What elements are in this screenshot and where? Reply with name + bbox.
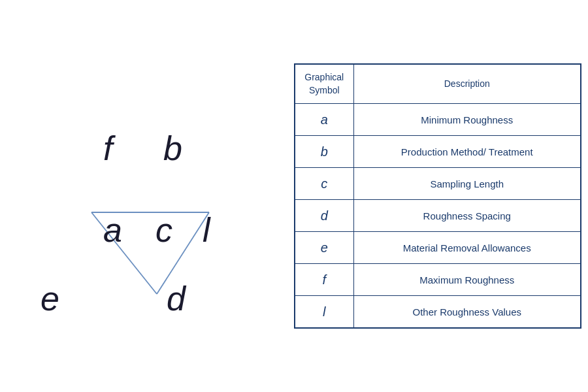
main-container: f b a c l e d Graphical Symbol Descripti…	[7, 13, 581, 379]
symbol-cell: b	[295, 136, 353, 168]
svg-text:l: l	[203, 211, 211, 249]
table-row: lOther Roughness Values	[295, 296, 581, 329]
symbol-cell: f	[295, 264, 353, 296]
svg-text:e: e	[41, 280, 59, 318]
svg-line-1	[91, 212, 157, 294]
table-header-row: Graphical Symbol Description	[295, 64, 581, 104]
col-header-description: Description	[353, 64, 581, 104]
table-row: fMaximum Roughness	[295, 264, 581, 296]
symbol-cell: d	[295, 200, 353, 232]
table-row: dRoughness Spacing	[295, 200, 581, 232]
svg-text:b: b	[163, 129, 182, 167]
diagram-panel: f b a c l e d	[7, 39, 255, 353]
symbol-cell: e	[295, 232, 353, 264]
description-cell: Production Method/ Treatment	[353, 136, 581, 168]
description-cell: Maximum Roughness	[353, 264, 581, 296]
svg-text:a: a	[103, 211, 122, 249]
description-cell: Roughness Spacing	[353, 200, 581, 232]
symbol-cell: l	[295, 296, 353, 329]
table-row: aMinimum Roughness	[295, 104, 581, 136]
description-cell: Sampling Length	[353, 168, 581, 200]
symbol-cell: a	[295, 104, 353, 136]
symbol-cell: c	[295, 168, 353, 200]
col-header-symbol: Graphical Symbol	[295, 64, 353, 104]
svg-text:f: f	[103, 129, 116, 167]
svg-text:c: c	[155, 211, 172, 249]
description-cell: Minimum Roughness	[353, 104, 581, 136]
description-cell: Other Roughness Values	[353, 296, 581, 329]
description-cell: Material Removal Allowances	[353, 232, 581, 264]
svg-text:d: d	[167, 280, 187, 318]
symbol-table: Graphical Symbol Description aMinimum Ro…	[294, 63, 581, 329]
table-row: eMaterial Removal Allowances	[295, 232, 581, 264]
table-row: bProduction Method/ Treatment	[295, 136, 581, 168]
table-panel: Graphical Symbol Description aMinimum Ro…	[294, 63, 581, 329]
table-row: cSampling Length	[295, 168, 581, 200]
